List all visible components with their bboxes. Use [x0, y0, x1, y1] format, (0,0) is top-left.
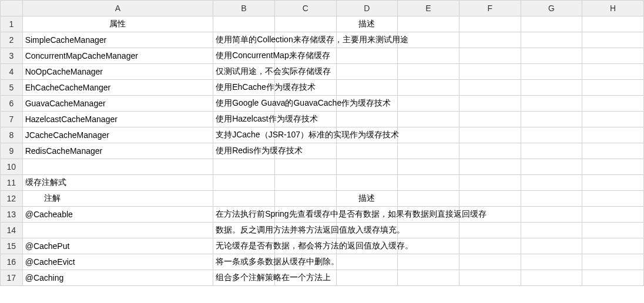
cell[interactable]	[521, 270, 582, 286]
cell[interactable]: 使用简单的Collection来存储缓存，主要用来测试用途	[213, 32, 275, 48]
cell[interactable]	[582, 207, 644, 223]
cell[interactable]: 缓存注解式	[22, 175, 213, 191]
cell[interactable]	[213, 175, 275, 191]
cell[interactable]: 将一条或多条数据从缓存中删除。	[213, 254, 275, 270]
cell[interactable]: @CacheEvict	[22, 254, 213, 270]
cell[interactable]	[336, 270, 398, 286]
cell[interactable]	[459, 270, 521, 286]
cell[interactable]	[521, 96, 582, 112]
col-header-d[interactable]: D	[336, 1, 398, 16]
row-header[interactable]: 8	[1, 127, 23, 143]
cell[interactable]	[336, 64, 398, 80]
cell[interactable]	[398, 96, 459, 112]
cell[interactable]	[22, 223, 213, 238]
cell[interactable]	[459, 127, 521, 143]
cell[interactable]: 在方法执行前Spring先查看缓存中是否有数据，如果有数据则直接返回缓存	[213, 207, 275, 223]
cell[interactable]	[398, 112, 459, 127]
cell[interactable]: RedisCacheManager	[22, 143, 213, 159]
row-header[interactable]: 1	[1, 16, 23, 32]
cell[interactable]: 支持JCache（JSR-107）标准的实现作为缓存技术	[213, 127, 275, 143]
cell[interactable]	[582, 270, 644, 286]
row-header[interactable]: 17	[1, 270, 23, 286]
cell[interactable]	[582, 80, 644, 96]
cell[interactable]	[398, 48, 459, 64]
cell[interactable]	[336, 175, 398, 191]
cell[interactable]	[398, 127, 459, 143]
cell[interactable]	[582, 238, 644, 254]
cell[interactable]: JCacheCacheManager	[22, 127, 213, 143]
row-header[interactable]: 14	[1, 223, 23, 238]
cell[interactable]	[521, 254, 582, 270]
cell[interactable]	[521, 16, 582, 32]
cell[interactable]	[521, 159, 582, 175]
cell[interactable]	[459, 48, 521, 64]
row-header[interactable]: 2	[1, 32, 23, 48]
cell[interactable]: 使用Google Guava的GuavaCache作为缓存技术	[213, 96, 275, 112]
cell[interactable]	[336, 80, 398, 96]
cell[interactable]	[398, 175, 459, 191]
cell[interactable]	[336, 48, 398, 64]
cell[interactable]: 描述	[336, 16, 398, 32]
cell[interactable]	[398, 270, 459, 286]
cell[interactable]: @Caching	[22, 270, 213, 286]
cell[interactable]	[213, 191, 275, 207]
cell[interactable]	[521, 64, 582, 80]
cell[interactable]	[582, 223, 644, 238]
row-header[interactable]: 13	[1, 207, 23, 223]
cell[interactable]: 组合多个注解策略在一个方法上	[213, 270, 275, 286]
cell[interactable]: 仅测试用途，不会实际存储缓存	[213, 64, 275, 80]
cell[interactable]	[336, 159, 398, 175]
row-header[interactable]: 6	[1, 96, 23, 112]
row-header[interactable]: 16	[1, 254, 23, 270]
cell[interactable]	[459, 223, 521, 238]
cell[interactable]	[459, 254, 521, 270]
cell[interactable]	[398, 223, 459, 238]
cell[interactable]	[582, 127, 644, 143]
cell[interactable]: 注解	[22, 191, 213, 207]
cell[interactable]: EhCacheCacheManger	[22, 80, 213, 96]
cell[interactable]	[459, 64, 521, 80]
col-header-f[interactable]: F	[459, 1, 521, 16]
cell[interactable]: SimpleCacheManager	[22, 32, 213, 48]
col-header-a[interactable]: A	[22, 1, 213, 16]
cell[interactable]: 使用Redis作为缓存技术	[213, 143, 275, 159]
cell[interactable]	[336, 143, 398, 159]
cell[interactable]	[521, 223, 582, 238]
col-header-g[interactable]: G	[521, 1, 582, 16]
col-header-e[interactable]: E	[398, 1, 459, 16]
row-header[interactable]: 10	[1, 159, 23, 175]
corner-cell[interactable]	[1, 1, 23, 16]
cell[interactable]	[459, 238, 521, 254]
cell[interactable]	[582, 175, 644, 191]
cell[interactable]	[213, 159, 275, 175]
cell[interactable]: ConcurrentMapCacheManager	[22, 48, 213, 64]
cell[interactable]	[582, 64, 644, 80]
cell[interactable]: @Cacheable	[22, 207, 213, 223]
col-header-b[interactable]: B	[213, 1, 275, 16]
cell[interactable]	[459, 175, 521, 191]
cell[interactable]	[521, 207, 582, 223]
cell[interactable]	[521, 175, 582, 191]
cell[interactable]	[398, 80, 459, 96]
cell[interactable]	[459, 159, 521, 175]
cell[interactable]	[459, 191, 521, 207]
cell[interactable]	[582, 191, 644, 207]
cell[interactable]	[521, 143, 582, 159]
cell[interactable]	[398, 254, 459, 270]
cell[interactable]	[336, 254, 398, 270]
cell[interactable]	[459, 112, 521, 127]
cell[interactable]	[521, 48, 582, 64]
cell[interactable]	[398, 16, 459, 32]
cell[interactable]	[398, 143, 459, 159]
cell[interactable]	[22, 159, 213, 175]
cell[interactable]	[521, 32, 582, 48]
cell[interactable]	[459, 143, 521, 159]
cell[interactable]: GuavaCacheManager	[22, 96, 213, 112]
cell[interactable]	[274, 191, 336, 207]
cell[interactable]: 使用EhCache作为缓存技术	[213, 80, 275, 96]
cell[interactable]	[274, 159, 336, 175]
cell[interactable]: HazelcastCacheManager	[22, 112, 213, 127]
cell[interactable]	[274, 175, 336, 191]
cell[interactable]	[521, 191, 582, 207]
cell[interactable]: 数据。反之调用方法并将方法返回值放入缓存填充。	[213, 223, 275, 238]
